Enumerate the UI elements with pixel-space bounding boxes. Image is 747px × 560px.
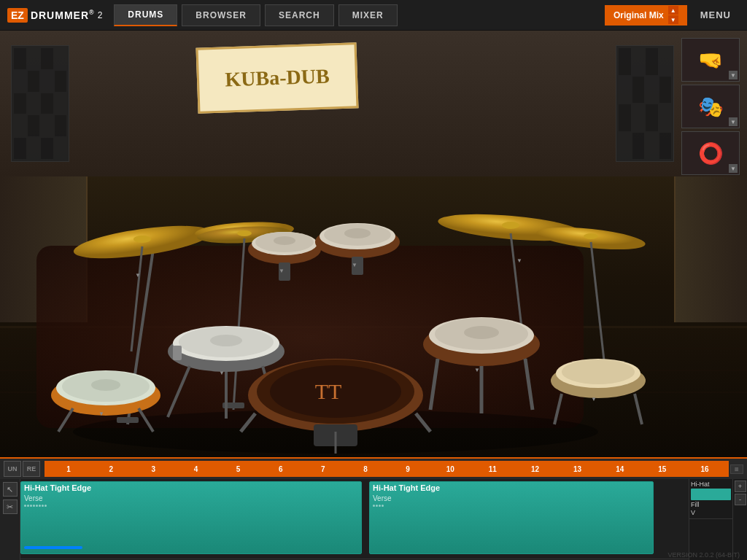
app-logo: EZ DRUMMER® 2 xyxy=(7,8,102,23)
drum-area: KUBa-DUB ▼ ▼ xyxy=(0,31,747,457)
preset-down-arrow[interactable]: ▼ xyxy=(668,15,678,24)
preset-name: Original Mix xyxy=(614,10,664,20)
right-panel-track-1: Hi-Hat Fill V xyxy=(689,479,732,519)
thumbnail-shaker[interactable]: 🎭 ▼ xyxy=(681,85,740,128)
svg-text:▼: ▼ xyxy=(219,370,225,376)
select-tool[interactable]: ↖ xyxy=(3,482,18,497)
svg-text:▼: ▼ xyxy=(352,262,357,268)
seq-scrollbar[interactable]: ≡ xyxy=(730,464,743,474)
drum-kit-illustration: ▼ ▼ ▼ ▼ xyxy=(0,74,678,454)
ruler-9: 9 xyxy=(387,465,429,473)
svg-point-34 xyxy=(464,326,499,339)
svg-line-35 xyxy=(430,359,438,410)
ruler-3: 3 xyxy=(132,465,174,473)
svg-line-50 xyxy=(168,366,190,417)
preset-arrows: ▲ ▼ xyxy=(668,6,678,24)
right-clip-v: V xyxy=(691,509,731,516)
tab-drums[interactable]: DRUMS xyxy=(114,4,177,26)
thumb-arrow-1[interactable]: ▼ xyxy=(729,71,738,79)
ruler-14: 14 xyxy=(599,465,641,473)
ruler-16: 16 xyxy=(684,465,726,473)
zoom-out-button[interactable]: - xyxy=(735,494,746,505)
ruler-7: 7 xyxy=(302,465,344,473)
clip-1b-sublabel: Verse xyxy=(370,494,653,503)
thumbnail-tambourine[interactable]: ⭕ ▼ xyxy=(681,131,740,175)
thumbnail-hand-drum[interactable]: 🤜 ▼ xyxy=(681,38,740,82)
svg-point-9 xyxy=(237,230,252,236)
svg-point-41 xyxy=(562,359,635,384)
svg-line-18 xyxy=(591,242,605,373)
seq-tools: ↖ ✂ xyxy=(0,479,20,560)
tab-browser[interactable]: BROWSER xyxy=(182,4,260,26)
ruler-5: 5 xyxy=(217,465,260,473)
ruler-8: 8 xyxy=(344,465,387,473)
ruler-12: 12 xyxy=(514,465,556,473)
clip-1a-label: Hi-Hat Tight Edge xyxy=(21,482,361,494)
ruler-6: 6 xyxy=(260,465,302,473)
preset-up-arrow[interactable]: ▲ xyxy=(668,6,678,15)
svg-rect-2 xyxy=(117,417,139,423)
sequencer-panel: UN RE 1 2 3 4 5 6 7 8 9 10 11 12 13 14 1… xyxy=(0,457,747,560)
svg-text:▼: ▼ xyxy=(279,268,285,274)
top-bar: EZ DRUMMER® 2 DRUMS BROWSER SEARCH MIXER… xyxy=(0,0,747,31)
svg-point-28 xyxy=(344,228,371,238)
instrument-thumbnails: 🤜 ▼ 🎭 ▼ ⭕ ▼ xyxy=(681,38,740,175)
svg-text:▼: ▼ xyxy=(474,367,480,373)
zoom-in-button[interactable]: + xyxy=(735,481,746,492)
logo-ez: EZ xyxy=(7,8,28,23)
svg-point-48 xyxy=(210,335,242,346)
scissors-tool[interactable]: ✂ xyxy=(3,499,18,514)
svg-point-65 xyxy=(91,379,120,391)
logo-drummer: DRUMMER® xyxy=(31,9,95,21)
preset-selector[interactable]: Original Mix ▲ ▼ xyxy=(605,5,687,26)
ruler-15: 15 xyxy=(641,465,684,473)
svg-line-42 xyxy=(554,394,562,424)
ruler-2: 2 xyxy=(90,465,132,473)
track-row-1: Hi-Hat Tight Edge Verse xyxy=(20,479,689,559)
seq-right-controls: + - xyxy=(732,479,747,560)
version-text: VERSION 2.0.2 (64-BIT) xyxy=(667,551,740,559)
menu-button[interactable]: MENU xyxy=(692,7,740,23)
right-clip-label: Hi-Hat xyxy=(691,481,731,488)
undo-button[interactable]: UN xyxy=(4,461,21,477)
svg-point-22 xyxy=(274,236,295,245)
ruler-13: 13 xyxy=(557,465,599,473)
svg-text:▼: ▼ xyxy=(135,272,141,279)
svg-text:▼: ▼ xyxy=(591,396,597,402)
right-mini-clip[interactable] xyxy=(691,489,731,500)
ruler-1: 1 xyxy=(47,465,90,473)
logo-version: 2 xyxy=(98,10,103,20)
seq-ruler: 1 2 3 4 5 6 7 8 9 10 11 12 13 14 15 16 xyxy=(44,461,729,477)
svg-text:▼: ▼ xyxy=(516,257,522,264)
clip-1b-label: Hi-Hat Tight Edge xyxy=(370,482,653,494)
svg-line-36 xyxy=(525,359,533,410)
svg-line-10 xyxy=(233,238,244,410)
svg-point-17 xyxy=(584,233,598,239)
svg-text:TT: TT xyxy=(315,379,342,403)
undo-redo-group: UN RE xyxy=(4,461,40,477)
seq-main-area: Hi-Hat Tight Edge Verse xyxy=(20,479,689,560)
track-clip-1b[interactable]: Hi-Hat Tight Edge Verse xyxy=(369,481,654,554)
svg-line-43 xyxy=(635,394,642,424)
thumb-arrow-3[interactable]: ▼ xyxy=(729,164,738,173)
ruler-11: 11 xyxy=(471,465,514,473)
svg-line-66 xyxy=(58,408,73,432)
seq-top-bar: UN RE 1 2 3 4 5 6 7 8 9 10 11 12 13 14 1… xyxy=(0,457,747,479)
tab-search[interactable]: SEARCH xyxy=(265,4,334,26)
svg-rect-49 xyxy=(173,346,182,360)
svg-point-4 xyxy=(133,236,151,243)
track-clip-1a[interactable]: Hi-Hat Tight Edge Verse xyxy=(20,481,362,554)
thumb-arrow-2[interactable]: ▼ xyxy=(729,117,738,126)
ruler-4: 4 xyxy=(174,465,217,473)
seq-tracks: ↖ ✂ Hi-Hat Tight Edge Verse xyxy=(0,479,747,560)
right-clip-sublabel: Fill xyxy=(691,501,731,508)
ruler-10: 10 xyxy=(429,465,471,473)
redo-button[interactable]: RE xyxy=(23,461,40,477)
clip-1a-sublabel: Verse xyxy=(21,494,361,503)
tab-mixer[interactable]: MIXER xyxy=(338,4,398,26)
seq-right-panel: Hi-Hat Fill V xyxy=(689,479,732,560)
svg-text:▼: ▼ xyxy=(98,411,104,417)
svg-point-13 xyxy=(502,222,519,229)
